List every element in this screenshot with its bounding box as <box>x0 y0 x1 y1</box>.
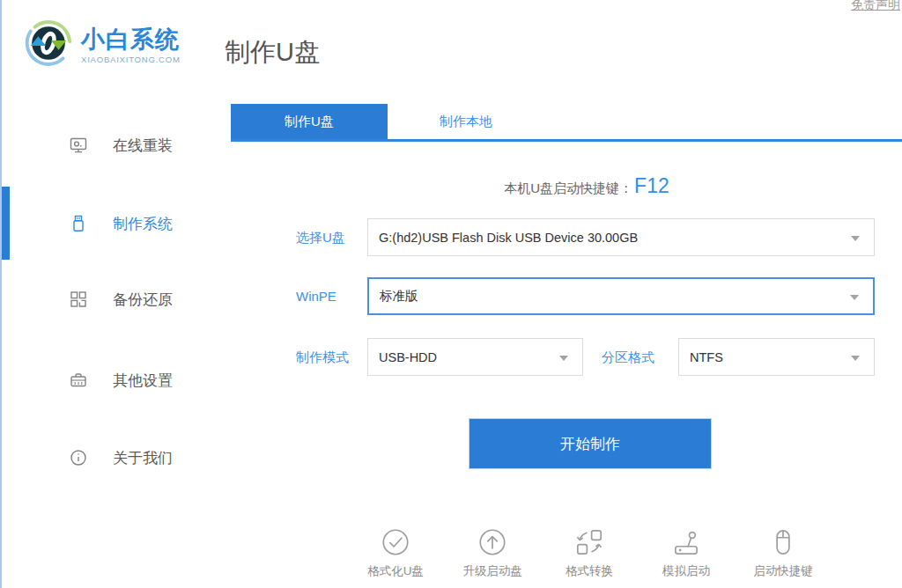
usb-select-dropdown[interactable]: G:(hd2)USB Flash Disk USB Device 30.00GB <box>367 218 875 256</box>
sidebar-item-online-reinstall[interactable]: 在线重装 <box>69 135 173 156</box>
page-title: 制作U盘 <box>225 35 320 70</box>
tab-underline <box>231 139 902 142</box>
chevron-down-icon <box>850 295 859 300</box>
logo-icon <box>23 18 74 72</box>
partition-format-dropdown[interactable]: NTFS <box>678 338 875 376</box>
toolbox-icon <box>69 371 88 390</box>
tool-format-convert[interactable]: 格式转换 <box>541 526 638 579</box>
tool-label: 升级启动盘 <box>462 563 522 579</box>
arrow-up-circle-icon <box>476 526 509 559</box>
chevron-down-icon <box>559 356 568 361</box>
logo-title: 小白系统 <box>81 26 181 53</box>
mouse-icon <box>766 526 800 559</box>
tool-label: 格式转换 <box>566 563 613 579</box>
start-make-button[interactable]: 开始制作 <box>469 418 712 469</box>
monitor-icon <box>69 136 88 155</box>
joystick-icon <box>669 526 703 559</box>
grid-restore-icon <box>69 290 88 309</box>
winpe-value: 标准版 <box>380 288 418 305</box>
tool-simulate-boot[interactable]: 模拟启动 <box>638 526 735 579</box>
winpe-dropdown[interactable]: 标准版 <box>367 277 875 315</box>
check-circle-icon <box>379 526 412 559</box>
usb-drive-icon <box>69 214 88 233</box>
tool-label: 格式化U盘 <box>367 563 424 579</box>
sidebar-item-label: 制作系统 <box>113 214 173 234</box>
sidebar-item-label: 备份还原 <box>113 290 173 310</box>
format-convert-icon <box>573 526 606 559</box>
hotkey-value: F12 <box>634 174 669 198</box>
tab-make-local[interactable]: 制作本地 <box>388 104 544 139</box>
active-item-indicator <box>2 187 10 260</box>
usb-select-value: G:(hd2)USB Flash Disk USB Device 30.00GB <box>379 231 638 245</box>
app-logo: 小白系统 XIAOBAIXITONG.COM <box>23 18 181 72</box>
window-left-border <box>0 0 2 588</box>
winpe-label: WinPE <box>296 277 336 315</box>
sidebar-item-make-system[interactable]: 制作系统 <box>69 213 173 234</box>
make-mode-label: 制作模式 <box>296 338 349 376</box>
chevron-down-icon <box>851 356 860 361</box>
sidebar-item-backup-restore[interactable]: 备份还原 <box>69 289 173 310</box>
sidebar-item-label: 在线重装 <box>113 136 173 156</box>
hotkey-label: 本机U盘启动快捷键： <box>504 180 632 197</box>
make-mode-value: USB-HDD <box>379 350 437 364</box>
partition-format-label: 分区格式 <box>602 338 654 376</box>
sidebar-item-about-us[interactable]: 关于我们 <box>69 447 173 468</box>
make-mode-dropdown[interactable]: USB-HDD <box>367 338 583 376</box>
disclaimer-link[interactable]: 免责声明 <box>851 0 900 13</box>
chevron-down-icon <box>851 236 860 241</box>
tool-format-usb[interactable]: 格式化U盘 <box>347 526 444 579</box>
tool-upgrade-boot-disk[interactable]: 升级启动盘 <box>444 526 541 579</box>
sidebar-item-label: 关于我们 <box>113 448 173 468</box>
usb-select-label: 选择U盘 <box>296 218 345 256</box>
boot-hotkey-line: 本机U盘启动快捷键： F12 <box>504 174 669 198</box>
sidebar-item-other-settings[interactable]: 其他设置 <box>69 370 173 391</box>
sidebar-item-label: 其他设置 <box>113 371 173 391</box>
info-circle-icon <box>69 448 88 467</box>
tab-make-usb[interactable]: 制作U盘 <box>231 104 388 139</box>
tool-boot-hotkey[interactable]: 启动快捷键 <box>735 526 832 579</box>
tools-row: 格式化U盘 升级启动盘 格式转换 <box>347 526 832 579</box>
tool-label: 模拟启动 <box>662 563 710 579</box>
partition-format-value: NTFS <box>690 350 723 364</box>
logo-subtitle: XIAOBAIXITONG.COM <box>81 55 181 64</box>
tool-label: 启动快捷键 <box>753 563 813 579</box>
